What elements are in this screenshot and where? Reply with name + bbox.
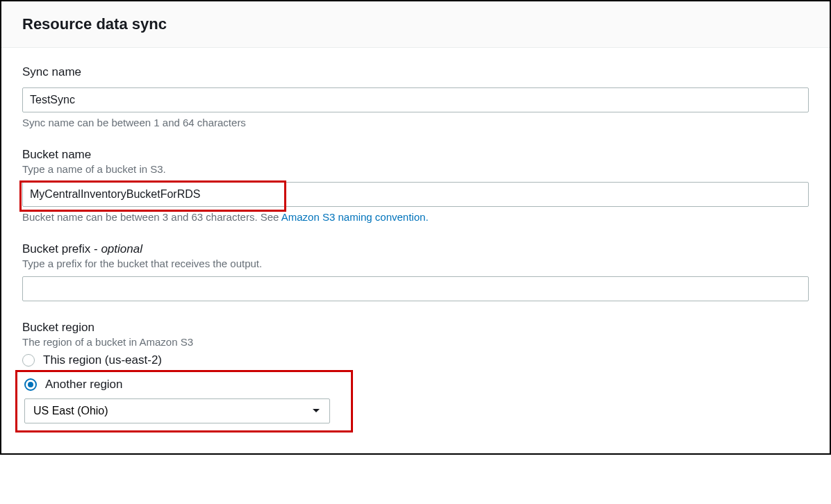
bucket-name-input-wrap bbox=[22, 175, 809, 207]
another-region-highlight: Another region US East (Ohio) bbox=[15, 370, 353, 432]
bucket-prefix-input[interactable] bbox=[22, 276, 809, 301]
radio-another-region[interactable] bbox=[24, 378, 37, 391]
radio-another-region-label: Another region bbox=[45, 378, 123, 392]
page-title: Resource data sync bbox=[22, 15, 809, 33]
sync-name-hint: Sync name can be between 1 and 64 charac… bbox=[22, 117, 809, 128]
bucket-prefix-group: Bucket prefix - optional Type a prefix f… bbox=[22, 242, 809, 301]
bucket-name-input[interactable] bbox=[22, 182, 809, 207]
s3-naming-link[interactable]: Amazon S3 naming convention. bbox=[281, 211, 429, 223]
bucket-region-label: Bucket region bbox=[22, 321, 809, 335]
bucket-prefix-label-text: Bucket prefix - bbox=[22, 242, 101, 255]
radio-this-region-label: This region (us-east-2) bbox=[43, 353, 162, 367]
bucket-region-group: Bucket region The region of a bucket in … bbox=[22, 321, 809, 432]
region-select[interactable]: US East (Ohio) bbox=[24, 398, 330, 423]
bucket-prefix-label: Bucket prefix - optional bbox=[22, 242, 809, 256]
radio-this-region[interactable] bbox=[22, 354, 35, 367]
bucket-name-hint-text: Bucket name can be between 3 and 63 char… bbox=[22, 211, 281, 223]
region-select-wrap: US East (Ohio) bbox=[24, 398, 330, 423]
bucket-name-group: Bucket name Type a name of a bucket in S… bbox=[22, 148, 809, 223]
sync-name-label: Sync name bbox=[22, 65, 809, 79]
radio-another-region-row[interactable]: Another region bbox=[24, 378, 344, 392]
bucket-name-label: Bucket name bbox=[22, 148, 809, 162]
page-header: Resource data sync bbox=[1, 1, 830, 48]
bucket-prefix-subhint: Type a prefix for the bucket that receiv… bbox=[22, 258, 809, 269]
region-select-value: US East (Ohio) bbox=[33, 405, 108, 417]
radio-this-region-row[interactable]: This region (us-east-2) bbox=[22, 353, 809, 367]
sync-name-group: Sync name Sync name can be between 1 and… bbox=[22, 65, 809, 128]
page-container: Resource data sync Sync name Sync name c… bbox=[0, 0, 831, 455]
bucket-region-subhint: The region of a bucket in Amazon S3 bbox=[22, 336, 809, 348]
form-content: Sync name Sync name can be between 1 and… bbox=[1, 48, 830, 453]
sync-name-input[interactable] bbox=[22, 87, 809, 112]
bucket-name-hint: Bucket name can be between 3 and 63 char… bbox=[22, 211, 809, 223]
bucket-prefix-optional: optional bbox=[101, 242, 142, 255]
bucket-name-subhint: Type a name of a bucket in S3. bbox=[22, 163, 809, 175]
